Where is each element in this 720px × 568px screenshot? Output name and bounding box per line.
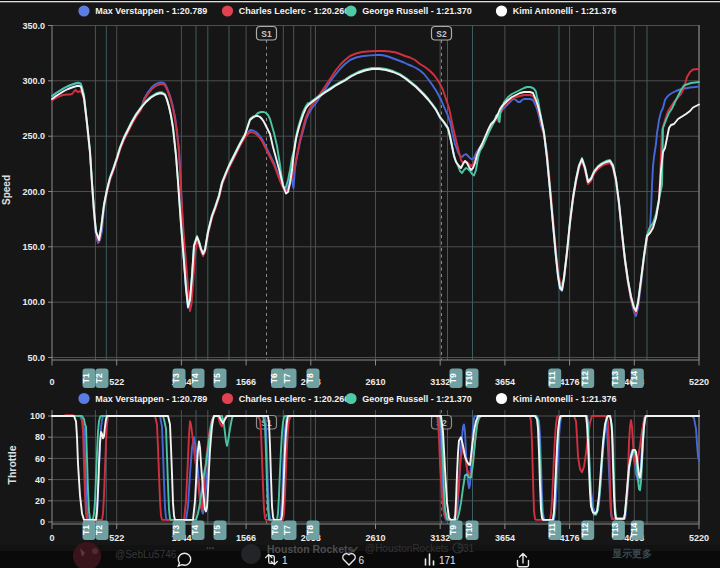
svg-text:100: 100 (30, 411, 45, 421)
svg-text:S1: S1 (261, 29, 272, 39)
svg-text:T11: T11 (547, 523, 557, 537)
svg-text:Speed: Speed (1, 175, 12, 205)
svg-text:Max Verstappen - 1:20.789: Max Verstappen - 1:20.789 (95, 6, 207, 16)
svg-text:60: 60 (35, 454, 45, 464)
svg-text:T13: T13 (610, 522, 620, 537)
svg-text:171: 171 (439, 555, 456, 566)
svg-text:S2: S2 (436, 29, 447, 39)
svg-text:Kimi Antonelli - 1:21.376: Kimi Antonelli - 1:21.376 (513, 394, 617, 404)
svg-text:T13: T13 (610, 371, 620, 386)
svg-text:T4: T4 (190, 525, 200, 535)
svg-text:Charles Leclerc - 1:20.266: Charles Leclerc - 1:20.266 (239, 394, 350, 404)
svg-text:T7: T7 (282, 373, 292, 383)
svg-text:250.0: 250.0 (22, 131, 45, 141)
svg-text:522: 522 (109, 533, 124, 543)
svg-text:T11: T11 (547, 371, 557, 385)
svg-text:T8: T8 (305, 373, 315, 383)
svg-text:Throttle: Throttle (6, 445, 18, 484)
svg-text:T6: T6 (270, 373, 280, 383)
svg-text:T14: T14 (629, 371, 639, 386)
svg-text:350.0: 350.0 (22, 21, 45, 31)
svg-text:4176: 4176 (560, 377, 580, 387)
svg-text:T5: T5 (212, 373, 222, 383)
svg-text:T9: T9 (448, 525, 458, 535)
svg-text:4176: 4176 (560, 533, 580, 543)
svg-text:Houston Rockets: Houston Rockets (267, 543, 354, 555)
svg-text:T4: T4 (190, 373, 200, 383)
svg-text:1: 1 (282, 555, 288, 566)
svg-text:Max Verstappen - 1:20.789: Max Verstappen - 1:20.789 (95, 394, 207, 404)
svg-text:40: 40 (35, 475, 45, 485)
svg-text:T14: T14 (629, 522, 639, 537)
svg-text:2610: 2610 (365, 533, 385, 543)
svg-text:T5: T5 (212, 525, 222, 535)
svg-text:George Russell - 1:21.370: George Russell - 1:21.370 (362, 6, 472, 16)
svg-text:3654: 3654 (495, 533, 515, 543)
svg-text:@SebLu5746: @SebLu5746 (115, 549, 177, 560)
svg-text:@HoustonRockets · 531: @HoustonRockets · 531 (365, 543, 475, 554)
svg-text:T3: T3 (171, 525, 181, 535)
svg-text:0: 0 (40, 517, 45, 527)
svg-text:T7: T7 (282, 525, 292, 535)
svg-text:150.0: 150.0 (22, 242, 45, 252)
svg-text:显示更多: 显示更多 (612, 548, 652, 559)
svg-text:George Russell - 1:21.370: George Russell - 1:21.370 (362, 394, 472, 404)
svg-text:5220: 5220 (689, 377, 709, 387)
svg-text:...: ... (206, 540, 215, 551)
svg-text:T3: T3 (171, 373, 181, 383)
svg-text:T12: T12 (580, 371, 590, 386)
svg-text:200.0: 200.0 (22, 187, 45, 197)
svg-text:1566: 1566 (236, 533, 256, 543)
svg-text:2610: 2610 (365, 377, 385, 387)
svg-text:3654: 3654 (495, 377, 515, 387)
svg-text:T8: T8 (305, 525, 315, 535)
svg-text:1566: 1566 (236, 377, 256, 387)
svg-text:300.0: 300.0 (22, 76, 45, 86)
svg-text:T1: T1 (81, 373, 91, 383)
svg-text:Kimi Antonelli - 1:21.376: Kimi Antonelli - 1:21.376 (513, 6, 617, 16)
svg-text:20: 20 (35, 496, 45, 506)
svg-text:T2: T2 (94, 373, 104, 383)
svg-text:0: 0 (49, 377, 54, 387)
svg-text:T1: T1 (81, 525, 91, 535)
svg-text:T10: T10 (464, 522, 474, 537)
svg-text:T9: T9 (448, 373, 458, 383)
svg-text:0: 0 (49, 533, 54, 543)
svg-text:100.0: 100.0 (22, 297, 45, 307)
svg-text:80: 80 (35, 432, 45, 442)
svg-text:T10: T10 (464, 371, 474, 386)
svg-text:5220: 5220 (689, 533, 709, 543)
svg-text:T6: T6 (270, 525, 280, 535)
svg-text:6: 6 (359, 555, 365, 566)
svg-text:522: 522 (109, 377, 124, 387)
svg-text:T2: T2 (94, 525, 104, 535)
svg-text:T12: T12 (580, 522, 590, 537)
svg-text:50.0: 50.0 (27, 353, 45, 363)
svg-text:Charles Leclerc - 1:20.266: Charles Leclerc - 1:20.266 (239, 6, 350, 16)
